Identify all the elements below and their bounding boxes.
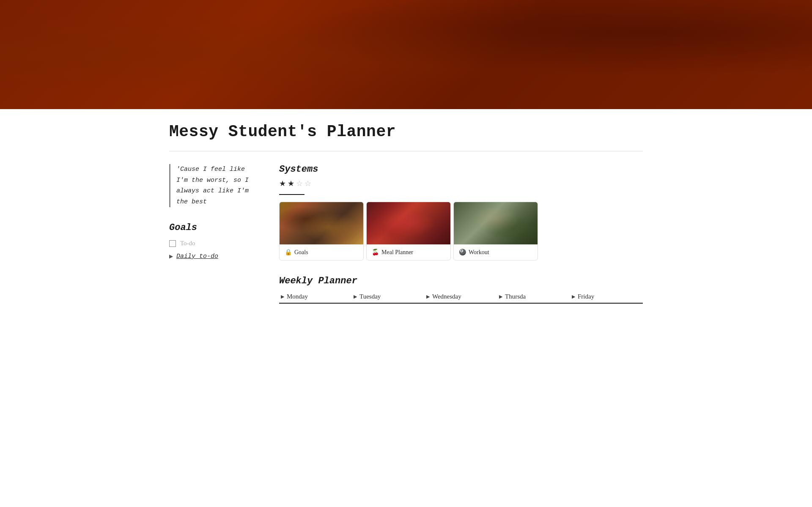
day-monday-label: Monday xyxy=(287,293,308,300)
goals-title: Goals xyxy=(169,222,254,233)
goals-section: Goals To-do ▶ Daily to-do xyxy=(169,222,254,260)
days-row: ▶ Monday ▶ Tuesday ▶ Wednesday ▶ Thursda xyxy=(279,293,643,304)
page-title: Messy Student's Planner xyxy=(169,123,643,141)
workout-card-image xyxy=(454,202,538,244)
quote-text: 'Cause I feel like I'm the worst, so I a… xyxy=(176,164,254,207)
todo-checkbox[interactable] xyxy=(169,240,176,247)
daily-todo-toggle[interactable]: ▶ Daily to-do xyxy=(169,253,254,260)
meal-planner-card-label: 🍒 Meal Planner xyxy=(367,244,450,260)
day-friday-arrow-icon: ▶ xyxy=(572,294,575,299)
day-wednesday-arrow-icon: ▶ xyxy=(426,294,430,299)
right-column: Systems ★ ★ ☆ ☆ 🔒 Goals xyxy=(279,164,643,304)
quote-block: 'Cause I feel like I'm the worst, so I a… xyxy=(169,164,254,207)
main-content: Messy Student's Planner 'Cause I feel li… xyxy=(131,123,681,304)
todo-label: To-do xyxy=(180,240,195,247)
workout-card-icon: 🎱 xyxy=(459,249,466,256)
meal-planner-card-icon: 🍒 xyxy=(372,249,379,256)
daily-todo-link[interactable]: Daily to-do xyxy=(176,253,218,260)
title-divider xyxy=(169,151,643,151)
goals-card-text: Goals xyxy=(294,249,308,256)
workout-card-text: Workout xyxy=(469,249,489,256)
left-column: 'Cause I feel like I'm the worst, so I a… xyxy=(169,164,254,264)
day-friday-label: Friday xyxy=(578,293,594,300)
day-thursday: ▶ Thursda xyxy=(497,293,570,304)
star-3: ☆ xyxy=(296,179,303,188)
workout-card[interactable]: 🎱 Workout xyxy=(453,202,538,260)
star-4: ☆ xyxy=(304,179,311,188)
two-col-layout: 'Cause I feel like I'm the worst, so I a… xyxy=(169,164,643,304)
day-thursday-label: Thursda xyxy=(505,293,526,300)
star-2: ★ xyxy=(288,179,294,188)
day-monday: ▶ Monday xyxy=(279,293,352,304)
weekly-planner-title: Weekly Planner xyxy=(279,276,643,286)
meal-planner-card[interactable]: 🍒 Meal Planner xyxy=(366,202,451,260)
meal-planner-card-text: Meal Planner xyxy=(381,249,413,256)
day-tuesday-arrow-icon: ▶ xyxy=(354,294,357,299)
cards-grid: 🔒 Goals 🍒 Meal Planner xyxy=(279,202,643,260)
day-tuesday: ▶ Tuesday xyxy=(352,293,425,304)
day-tuesday-label: Tuesday xyxy=(359,293,381,300)
day-friday: ▶ Friday xyxy=(570,293,643,304)
todo-item: To-do xyxy=(169,240,254,247)
goals-card-icon: 🔒 xyxy=(285,249,292,256)
meal-planner-card-image xyxy=(367,202,450,244)
toggle-arrow-icon: ▶ xyxy=(169,253,173,260)
stars-divider xyxy=(279,194,304,195)
goals-card-label: 🔒 Goals xyxy=(280,244,363,260)
day-thursday-arrow-icon: ▶ xyxy=(499,294,502,299)
day-wednesday: ▶ Wednesday xyxy=(425,293,497,304)
systems-section: Systems ★ ★ ☆ ☆ 🔒 Goals xyxy=(279,164,643,260)
stars-rating: ★ ★ ☆ ☆ xyxy=(279,179,643,188)
goals-card-image xyxy=(280,202,363,244)
day-monday-arrow-icon: ▶ xyxy=(281,294,284,299)
hero-banner xyxy=(0,0,812,109)
weekly-planner-section: Weekly Planner ▶ Monday ▶ Tuesday ▶ Wedn… xyxy=(279,276,643,304)
workout-card-label: 🎱 Workout xyxy=(454,244,538,260)
systems-title: Systems xyxy=(279,164,643,175)
day-wednesday-label: Wednesday xyxy=(432,293,461,300)
star-1: ★ xyxy=(279,179,286,188)
goals-card[interactable]: 🔒 Goals xyxy=(279,202,364,260)
